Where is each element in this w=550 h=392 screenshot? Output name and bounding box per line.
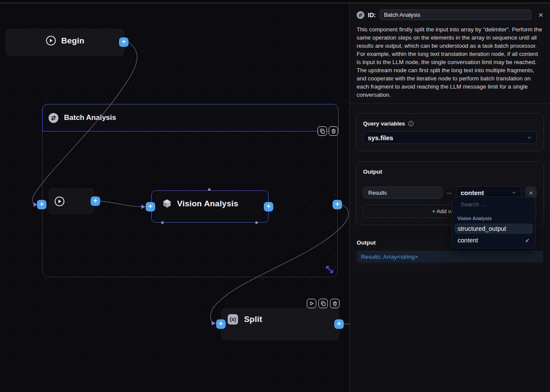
play-icon — [46, 35, 56, 46]
option-label: content — [458, 237, 478, 244]
vision-right-plus-button[interactable]: + — [264, 202, 273, 211]
check-icon: ✓ — [525, 237, 530, 244]
vision-handle-top[interactable] — [208, 188, 211, 191]
chevron-down-icon — [527, 135, 532, 140]
trash-icon — [332, 301, 338, 306]
vision-handle-bottom-left[interactable] — [161, 221, 164, 224]
app-root: Begin + Batch Analysis — [0, 0, 550, 392]
query-variables-card: Query variables sys.files — [356, 113, 544, 151]
query-variables-select[interactable]: sys.files — [363, 131, 537, 144]
variable-dropdown: Vision Analysis structured_output conten… — [452, 197, 536, 248]
batch-analysis-label: Batch Analysis — [64, 113, 116, 122]
batch-output-plus-button[interactable]: + — [333, 200, 342, 209]
iteration-icon — [49, 113, 58, 123]
delete-node-button[interactable] — [330, 299, 339, 308]
config-panel: ID: × This component firstly split the i… — [349, 3, 550, 392]
trash-icon — [331, 129, 336, 134]
top-bar — [0, 0, 550, 3]
cube-icon — [162, 199, 172, 208]
iteration-icon — [357, 11, 364, 19]
batch-input-plus-button[interactable]: + — [37, 200, 46, 209]
output-name-input[interactable] — [363, 187, 443, 199]
dropdown-search-row — [452, 197, 535, 212]
run-icon — [309, 301, 314, 306]
output-card-title: Output — [363, 168, 537, 175]
begin-node[interactable]: Begin — [5, 28, 125, 56]
node-description: This component firstly split the input i… — [350, 25, 550, 99]
begin-node-label: Begin — [61, 36, 85, 46]
split-left-plus-button[interactable]: + — [216, 319, 226, 329]
node-id-input[interactable] — [379, 9, 532, 20]
split-node[interactable]: (x) Split — [221, 308, 339, 340]
delete-node-button[interactable] — [329, 126, 338, 136]
begin-add-next-button[interactable]: + — [119, 37, 128, 47]
play-icon — [54, 196, 65, 207]
run-node-button[interactable] — [307, 299, 316, 308]
split-node-toolbar — [307, 299, 339, 308]
vision-analysis-label: Vision Analysis — [177, 199, 238, 208]
iteration-start-plus-button[interactable]: + — [91, 196, 100, 206]
id-label: ID: — [368, 12, 376, 18]
copy-icon — [321, 301, 326, 306]
output-ref-value: content — [461, 189, 484, 196]
batch-analysis-header[interactable]: Batch Analysis — [42, 104, 339, 132]
copy-icon — [320, 129, 325, 134]
iteration-start-node[interactable] — [49, 188, 95, 214]
copy-node-button[interactable] — [318, 126, 327, 136]
dropdown-option-structured-output[interactable]: structured_output — [455, 224, 533, 234]
split-right-plus-button[interactable]: + — [334, 319, 344, 329]
flow-canvas[interactable]: Begin + Batch Analysis — [0, 3, 349, 392]
mapping-dash: — — [446, 190, 452, 196]
fx-icon: (x) — [228, 314, 238, 325]
dropdown-search-input[interactable] — [461, 201, 537, 208]
split-node-label: Split — [244, 315, 262, 324]
option-label: structured_output — [458, 225, 506, 232]
dropdown-option-content[interactable]: content ✓ — [455, 235, 533, 245]
chevron-down-icon — [511, 190, 516, 195]
close-icon[interactable]: × — [538, 11, 543, 19]
info-icon[interactable] — [408, 121, 414, 126]
resize-handle-icon[interactable] — [324, 264, 335, 275]
copy-node-button[interactable] — [318, 299, 328, 308]
query-variables-label: Query variables — [363, 120, 405, 127]
query-variables-value: sys.files — [368, 134, 393, 141]
arrowhead-split-input — [211, 321, 216, 325]
dropdown-group-label: Vision Analysis — [452, 212, 535, 222]
panel-header: ID: × — [350, 3, 550, 25]
output-result-variable: Results: Array<string> — [357, 251, 543, 263]
vision-analysis-node[interactable]: Vision Analysis — [151, 190, 269, 223]
vision-handle-bottom-right[interactable] — [255, 221, 258, 224]
vision-left-plus-button[interactable]: + — [146, 202, 155, 211]
